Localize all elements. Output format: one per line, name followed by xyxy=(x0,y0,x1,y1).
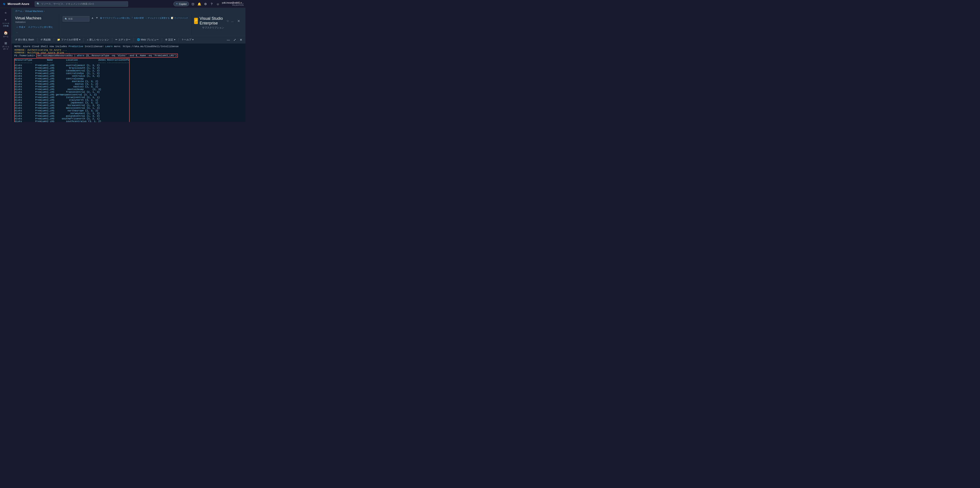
settings-icon: ⚙ xyxy=(165,38,167,41)
vs-close-btn[interactable]: ✕ xyxy=(235,18,242,24)
table-row-7: disks PremiumV2_LRS eastasia {1, 3, 2} xyxy=(15,80,129,83)
user-sub: VALIDATION xyxy=(222,4,243,6)
breadcrumb: ホーム › Virtual Machines › xyxy=(11,8,245,14)
table-row-9: disks PremiumV2_LRS eastus2 {1, 3, 2} xyxy=(15,85,129,88)
new-session-btn[interactable]: + 新しいセッション xyxy=(85,37,110,42)
dashboard-icon: ⊞ xyxy=(5,41,7,45)
maximize-btn[interactable]: ⤢ xyxy=(232,38,237,42)
cloud-shell-toolbar: ↺ 切り替え Bash ↺ 再起動 📁 ファイルの管理 ▾ + 新しいセッション… xyxy=(11,36,245,43)
vm-dir-btn[interactable]: → ディレクトリを変更する xyxy=(145,17,170,19)
vm-panel-subtitle: Validation xyxy=(15,21,57,23)
file-mgmt-btn[interactable]: 📁 ファイルの管理 ▾ xyxy=(56,37,82,42)
editor-label: エディター xyxy=(118,38,130,41)
breadcrumb-sep2: › xyxy=(44,10,45,13)
vs-subtitle: サブスクリプション xyxy=(202,26,242,29)
table-row-8: disks PremiumV2_LRS eastus {3, 1, 2} xyxy=(15,83,129,85)
vm-panel-actions: ＋ 作成 ▾ ♺ クラシックに切り替え ... xyxy=(15,25,57,34)
editor-btn[interactable]: ✏ エディター xyxy=(114,37,132,42)
vm-search-text: 検索 xyxy=(68,17,73,21)
settings-btn[interactable]: ⚙ 設定 ▾ xyxy=(164,37,177,42)
vm-panel: Virtual Machines Validation ＋ 作成 ▾ ♺ クラシ… xyxy=(11,14,60,36)
toolbar-sep-5 xyxy=(134,38,134,42)
main-layout: « + リソースの作成 🏠 ホーム ⊞ ダッシュボード ホーム › Virtua… xyxy=(0,8,245,122)
table-row-21: disks PremiumV2_LRS southafricanorth {3,… xyxy=(15,118,129,120)
vm-rename-btn[interactable]: 名前の変更 xyxy=(134,17,144,19)
search-icon: 🔍 xyxy=(37,2,40,5)
settings-icon[interactable]: ⚙ xyxy=(203,2,208,6)
vm-subscription-cancel-btn[interactable]: 🗑 サブスクリプションの取り消し xyxy=(100,17,131,19)
table-row-16: disks PremiumV2_LRS koreacentral {1, 3, … xyxy=(15,104,129,107)
vm-down-btn[interactable]: ▼ xyxy=(95,16,98,19)
switch-bash-label: 切り替え Bash xyxy=(18,38,34,41)
azure-logo: Microsoft Azure xyxy=(2,2,33,6)
new-session-label: 新しいセッション xyxy=(89,38,109,41)
sidebar-item-home[interactable]: 🏠 ホーム xyxy=(1,29,11,39)
copilot-icon: ✦ xyxy=(176,2,178,5)
help-circle-icon: ? xyxy=(182,38,183,41)
vs-star-btn[interactable]: ☆ xyxy=(226,19,229,23)
table-row-14: disks PremiumV2_LRS italynorth {3, 2, 1} xyxy=(15,99,129,102)
terminal[interactable]: MOTD: Azure Cloud Shell now includes Pre… xyxy=(11,43,245,122)
terminal-verbose1: VERBOSE: Authenticating to Azure ... xyxy=(14,49,243,51)
restart-btn[interactable]: ↺ 再起動 xyxy=(39,37,52,42)
vm-more-btn[interactable]: ... xyxy=(15,30,19,34)
sidebar-dashboard-label: ダッシュボード xyxy=(2,45,10,50)
toolbar-sep-6 xyxy=(162,38,162,42)
restart-icon: ↺ xyxy=(40,38,43,41)
sidebar-item-dashboard[interactable]: ⊞ ダッシュボード xyxy=(1,40,11,52)
breadcrumb-home[interactable]: ホーム xyxy=(15,10,22,13)
search-placeholder: リソース、サービス、ドキュメントの検索 (G+/) xyxy=(41,2,94,6)
main-content: ホーム › Virtual Machines › Virtual Machine… xyxy=(11,8,245,122)
search-bar[interactable]: 🔍 リソース、サービス、ドキュメントの検索 (G+/) xyxy=(35,2,128,7)
restart-label: 再起動 xyxy=(43,38,51,41)
table-row-11: disks PremiumV2_LRS francecentral {2, 1,… xyxy=(15,91,129,93)
terminal-command-line: PS /home/yuki> Get-AzComputeResourceSku … xyxy=(14,54,243,57)
help-icon[interactable]: ? xyxy=(209,2,214,6)
sidebar-item-create[interactable]: + リソースの作成 xyxy=(1,16,11,29)
help-btn[interactable]: ? ヘルプ ▾ xyxy=(180,37,196,42)
home-icon: 🏠 xyxy=(3,31,8,35)
vs-more-btn[interactable]: ... xyxy=(231,19,234,23)
table-row-17: disks PremiumV2_LRS mexicocentral {3, 1,… xyxy=(15,107,129,110)
feedback-icon[interactable]: ☺ xyxy=(216,2,220,6)
switch-bash-btn[interactable]: ↺ 切り替え Bash xyxy=(13,37,36,42)
vm-create-btn[interactable]: ＋ 作成 ▾ xyxy=(15,25,26,29)
vm-search-input[interactable]: 🔍 検索 xyxy=(63,16,89,22)
table-row-5: disks PremiumV2_LRS centralus {1, 3, 2} xyxy=(15,75,129,77)
new-session-icon: + xyxy=(87,38,88,41)
vm-up-btn[interactable]: ▲ xyxy=(91,16,94,19)
file-icon: 📁 xyxy=(57,38,60,41)
copilot-button[interactable]: ✦ Copilot xyxy=(173,2,189,6)
vm-feedback-btn[interactable]: 📝 フィードバック xyxy=(171,17,188,19)
settings-dropdown-icon: ▾ xyxy=(174,38,175,41)
sidebar-collapse-btn[interactable]: « xyxy=(4,10,8,16)
vm-search-area: 🔍 検索 ▲ ▼ 🗑 サブスクリプションの取り消し / 名前の変更 → ディレク… xyxy=(60,14,191,36)
breadcrumb-vm[interactable]: Virtual Machines xyxy=(25,10,43,13)
table-row-15: disks PremiumV2_LRS japaneast {2, 3, 1} xyxy=(15,102,129,104)
user-info[interactable]: yuki.inoue@valid1.o... VALIDATION xyxy=(222,2,243,6)
window-buttons: — ⤢ ✕ xyxy=(226,38,243,42)
monitor-icon[interactable]: ⊡ xyxy=(191,2,195,6)
vs-divider: / xyxy=(132,17,132,19)
table-row-12: disks PremiumV2_LRS germanywestcentral {… xyxy=(15,93,129,96)
web-preview-btn[interactable]: 🌐 Web プレビュー xyxy=(135,37,161,42)
close-terminal-btn[interactable]: ✕ xyxy=(238,38,243,42)
vs-title: Visual Studio Enterprise xyxy=(200,16,224,25)
switch-icon: ↺ xyxy=(15,38,17,41)
table-row-6: disks PremiumV2_LRS centraluseap xyxy=(15,77,129,80)
minimize-btn[interactable]: — xyxy=(226,38,231,42)
vs-panel-header: 🔑 Visual Studio Enterprise ☆ ... ✕ xyxy=(194,16,242,25)
copilot-label: Copilot xyxy=(179,3,186,5)
table-row-10: disks PremiumV2_LRS eastus2euap {2, 3} xyxy=(15,88,129,91)
toolbar-sep-2 xyxy=(54,38,54,42)
user-name: yuki.inoue@valid1.o... xyxy=(222,2,243,4)
top-nav-actions: ✦ Copilot ⊡ 🔔 ⚙ ? ☺ yuki.inoue@valid1.o.… xyxy=(173,2,243,6)
vm-classic-btn[interactable]: ♺ クラシックに切り替え xyxy=(27,25,54,29)
table-container: ResourceType Name Location Zones Restric… xyxy=(14,58,130,122)
table-row-13: disks PremiumV2_LRS israelcentral {2, 3,… xyxy=(15,96,129,99)
table-row-2: disks PremiumV2_LRS brazilsouth {1, 3, 2… xyxy=(15,67,129,69)
table-row-20: disks PremiumV2_LRS polandcentral {1, 3,… xyxy=(15,115,129,118)
web-icon: 🌐 xyxy=(137,38,140,41)
bell-icon[interactable]: 🔔 xyxy=(197,2,201,6)
file-dropdown-icon: ▾ xyxy=(79,38,81,41)
